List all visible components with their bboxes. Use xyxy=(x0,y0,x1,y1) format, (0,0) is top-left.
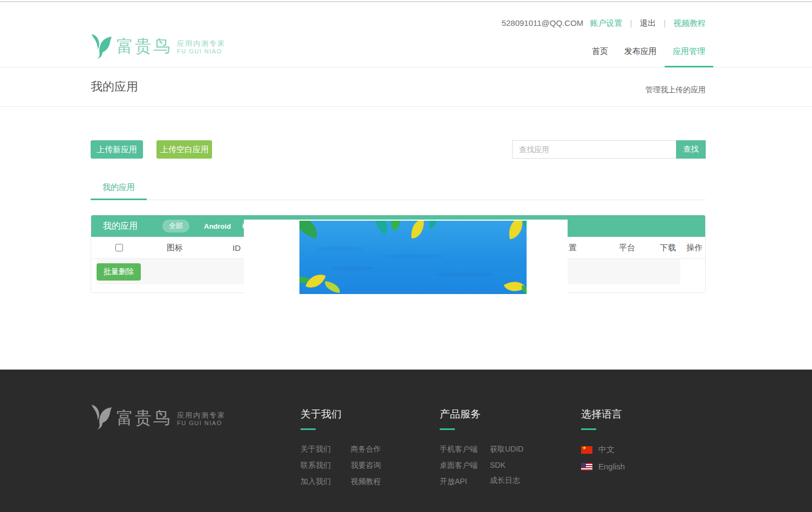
separator: | xyxy=(625,18,638,28)
footer-link-open-api[interactable]: 开放API xyxy=(440,477,490,487)
floating-banner-overlay xyxy=(244,220,568,294)
footer-brand-tagline-en: FU GUI NIAO xyxy=(177,420,226,427)
account-settings-link[interactable]: 账户设置 xyxy=(590,18,623,28)
heading-underline xyxy=(440,428,455,430)
filter-android[interactable]: Android xyxy=(204,222,231,230)
leaf-icon xyxy=(410,221,425,238)
tab-my-apps[interactable]: 我的应用 xyxy=(91,182,147,200)
footer-brand-logo: 富贵鸟 应用内测专家 FU GUI NIAO xyxy=(91,404,226,432)
column-header-download: 下载 xyxy=(660,243,676,253)
footer-heading-about: 关于我们 xyxy=(301,407,401,421)
cn-flag-icon xyxy=(581,446,592,454)
footer-link-video-tutorial[interactable]: 视频教程 xyxy=(351,477,401,487)
footer-link-sdk[interactable]: SDK xyxy=(490,461,540,469)
brand-tagline-cn: 应用内测专家 xyxy=(177,39,226,48)
bird-logo-icon xyxy=(91,404,112,432)
site-header: 528091011@QQ.COM 账户设置 | 退出 | 视频教程 富贵鸟 应用… xyxy=(0,2,812,67)
main-nav: 首页 发布应用 应用管理 xyxy=(584,46,713,67)
footer-brand-name: 富贵鸟 xyxy=(117,407,172,429)
heading-underline xyxy=(581,428,596,430)
column-header-icon: 图标 xyxy=(167,243,183,253)
separator: | xyxy=(658,18,671,28)
column-header-action: 操作 xyxy=(686,243,702,253)
footer-heading-language: 选择语言 xyxy=(581,407,625,421)
bird-logo-icon xyxy=(91,33,112,59)
language-option-english[interactable]: English xyxy=(581,462,625,471)
account-email: 528091011@QQ.COM xyxy=(502,18,584,28)
filter-all[interactable]: 全部 xyxy=(162,220,189,233)
footer-column-language: 选择语言 中文 English xyxy=(581,407,625,478)
footer-link-get-udid[interactable]: 获取UDID xyxy=(490,445,540,454)
footer-link-desktop-client[interactable]: 桌面客户端 xyxy=(440,461,490,470)
leaf-icon xyxy=(386,221,405,231)
leaf-icon xyxy=(305,270,326,292)
heading-underline xyxy=(301,428,316,430)
leaf-icon xyxy=(299,221,320,238)
language-option-chinese[interactable]: 中文 xyxy=(581,445,625,455)
search-button[interactable]: 查找 xyxy=(676,140,706,159)
leaf-icon xyxy=(426,221,439,229)
brand-name: 富贵鸟 xyxy=(117,35,172,58)
column-header-platform: 平台 xyxy=(619,243,635,253)
logout-link[interactable]: 退出 xyxy=(640,18,656,28)
footer-column-about: 关于我们 关于我们 联系我们 加入我们 商务合作 我要咨询 视频教程 xyxy=(301,407,401,493)
search-input[interactable] xyxy=(512,140,676,159)
upload-buttons: 上传新应用 上传空白应用 xyxy=(91,140,212,159)
leaves-banner-image xyxy=(299,221,527,294)
footer-link-consult[interactable]: 我要咨询 xyxy=(351,461,401,470)
nav-item-home[interactable]: 首页 xyxy=(584,46,616,67)
page-title: 我的应用 xyxy=(91,79,138,95)
upload-new-app-button[interactable]: 上传新应用 xyxy=(91,140,143,159)
select-all-checkbox[interactable] xyxy=(115,244,123,251)
leaf-icon xyxy=(370,221,393,235)
footer-link-about-us[interactable]: 关于我们 xyxy=(301,445,351,454)
batch-delete-button[interactable]: 批量删除 xyxy=(97,263,141,281)
nav-item-publish-app[interactable]: 发布应用 xyxy=(616,46,665,67)
page-hint: 管理我上传的应用 xyxy=(645,85,706,95)
brand-logo[interactable]: 富贵鸟 应用内测专家 FU GUI NIAO xyxy=(91,33,226,59)
site-footer: 富贵鸟 应用内测专家 FU GUI NIAO 关于我们 关于我们 联系我们 加入… xyxy=(0,370,812,512)
footer-link-changelog[interactable]: 成长日志 xyxy=(490,476,540,486)
leaf-icon xyxy=(324,281,341,293)
us-flag-icon xyxy=(581,463,592,470)
upload-blank-app-button[interactable]: 上传空白应用 xyxy=(156,140,212,159)
footer-brand-tagline-cn: 应用内测专家 xyxy=(177,411,226,420)
footer-link-mobile-client[interactable]: 手机客户端 xyxy=(440,445,490,454)
page-title-bar: 我的应用 管理我上传的应用 xyxy=(0,67,812,107)
footer-link-business-cooperation[interactable]: 商务合作 xyxy=(351,445,401,454)
tab-bar: 我的应用 xyxy=(91,182,706,200)
nav-item-app-management[interactable]: 应用管理 xyxy=(665,46,713,67)
panel-title: 我的应用 xyxy=(103,221,138,232)
column-header-partial: 置 xyxy=(569,243,577,253)
footer-link-contact-us[interactable]: 联系我们 xyxy=(301,461,351,470)
footer-link-join-us[interactable]: 加入我们 xyxy=(301,477,351,487)
footer-heading-products: 产品服务 xyxy=(440,407,540,421)
search-box: 查找 xyxy=(512,140,706,159)
column-header-id: ID xyxy=(233,243,241,252)
brand-tagline-en: FU GUI NIAO xyxy=(177,48,226,56)
footer-column-products: 产品服务 手机客户端 桌面客户端 开放API 获取UDID SDK 成长日志 xyxy=(440,407,540,493)
account-bar: 528091011@QQ.COM 账户设置 | 退出 | 视频教程 xyxy=(502,18,706,29)
video-tutorial-link[interactable]: 视频教程 xyxy=(673,18,706,28)
